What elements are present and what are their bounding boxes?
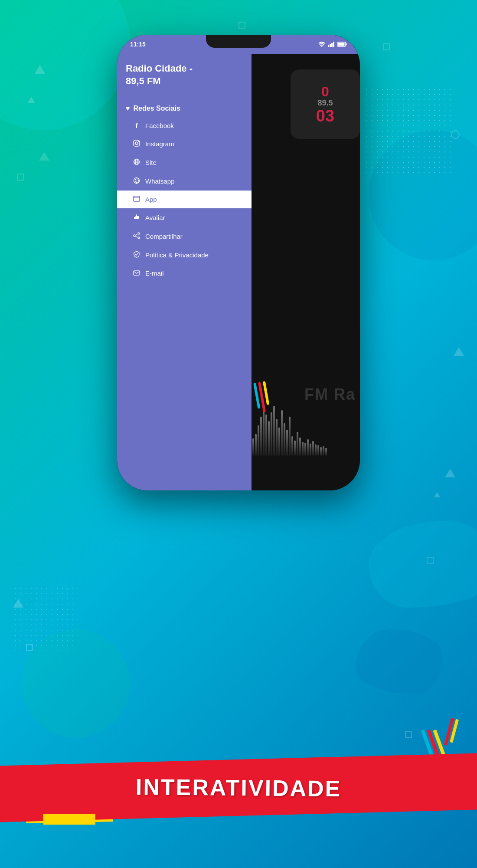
svg-point-18 <box>138 233 140 234</box>
instagram-icon <box>132 140 141 148</box>
menu-item-compartilhar[interactable]: Compartilhar <box>117 227 252 246</box>
compartilhar-label: Compartilhar <box>145 233 183 240</box>
phone-frame: 11:15 <box>117 35 360 490</box>
svg-line-22 <box>135 236 138 237</box>
phone-mockup: 11:15 <box>117 35 360 490</box>
bottom-banner-area: INTERATIVIDADE <box>0 738 477 825</box>
svg-rect-7 <box>338 43 345 46</box>
battery-icon <box>337 42 347 47</box>
thumbsup-icon <box>132 214 141 222</box>
menu-drawer: Radio Cidade -89,5 FM ← ♥ Redes Sociais … <box>117 35 252 490</box>
yellow-corner <box>43 814 95 825</box>
svg-point-11 <box>134 159 140 165</box>
social-section-label: ♥ Redes Sociais <box>117 98 252 117</box>
svg-rect-1 <box>328 45 329 47</box>
facebook-icon: f <box>132 122 141 129</box>
app-title: Radio Cidade -89,5 FM <box>126 62 243 87</box>
svg-point-20 <box>134 235 135 237</box>
svg-point-0 <box>321 46 323 47</box>
menu-item-site[interactable]: Site <box>117 153 252 172</box>
svg-rect-47 <box>312 441 314 456</box>
svg-point-12 <box>135 159 138 165</box>
svg-rect-31 <box>271 412 272 456</box>
menu-item-avaliar[interactable]: Avaliar <box>117 208 252 227</box>
status-time: 11:15 <box>126 41 146 48</box>
email-label: E-mail <box>145 270 164 277</box>
svg-rect-28 <box>263 408 265 456</box>
svg-rect-41 <box>297 432 298 456</box>
globe-icon <box>132 158 141 167</box>
email-icon <box>132 270 141 277</box>
menu-item-politica[interactable]: Política & Privacidade <box>117 246 252 264</box>
politica-label: Política & Privacidade <box>145 251 209 259</box>
radio-logo-bottom: 03 <box>316 108 334 124</box>
svg-rect-44 <box>304 443 306 456</box>
heart-icon: ♥ <box>126 105 130 112</box>
facebook-label: Facebook <box>145 122 174 129</box>
phone-screen: 11:15 <box>117 35 360 490</box>
svg-rect-50 <box>320 447 322 456</box>
blob-decor-1 <box>369 521 477 608</box>
site-label: Site <box>145 159 157 166</box>
radio-logo: 0 89.5 03 <box>291 69 360 148</box>
radio-screen: 0 89.5 03 FM Ra <box>252 35 360 490</box>
svg-line-21 <box>135 234 138 235</box>
avaliar-label: Avaliar <box>145 214 165 221</box>
svg-rect-43 <box>302 442 304 456</box>
svg-point-10 <box>138 141 139 142</box>
svg-rect-49 <box>317 445 319 456</box>
svg-rect-42 <box>299 437 301 456</box>
whatsapp-icon <box>132 177 141 185</box>
radio-logo-top: 0 <box>316 85 334 99</box>
svg-rect-29 <box>265 414 267 456</box>
banner-text: INTERATIVIDADE <box>136 774 342 802</box>
svg-rect-33 <box>276 419 278 456</box>
red-banner: INTERATIVIDADE <box>0 753 477 822</box>
svg-rect-48 <box>315 444 317 456</box>
wifi-icon <box>318 42 325 47</box>
menu-item-instagram[interactable]: Instagram <box>117 135 252 153</box>
svg-rect-27 <box>260 417 262 456</box>
blob-decor-2 <box>356 629 442 694</box>
svg-rect-6 <box>346 43 347 46</box>
svg-rect-34 <box>278 427 280 456</box>
menu-item-facebook[interactable]: f Facebook <box>117 117 252 135</box>
svg-rect-8 <box>134 140 140 146</box>
svg-rect-45 <box>307 439 309 456</box>
svg-rect-30 <box>268 421 270 456</box>
menu-item-email[interactable]: E-mail <box>117 264 252 282</box>
svg-rect-51 <box>323 446 324 456</box>
svg-point-19 <box>138 237 140 239</box>
svg-rect-38 <box>289 417 291 456</box>
phone-notch <box>206 35 271 48</box>
policy-icon <box>132 251 141 259</box>
svg-rect-46 <box>310 444 311 456</box>
svg-point-9 <box>135 142 138 145</box>
svg-rect-39 <box>291 436 293 456</box>
instagram-label: Instagram <box>145 140 174 148</box>
app-icon <box>132 196 141 203</box>
menu-item-whatsapp[interactable]: Whatsapp <box>117 172 252 191</box>
whatsapp-label: Whatsapp <box>145 178 175 185</box>
svg-rect-25 <box>255 434 257 456</box>
svg-rect-24 <box>252 438 254 456</box>
menu-header: Radio Cidade -89,5 FM ← <box>117 54 252 98</box>
svg-rect-26 <box>258 425 259 456</box>
radio-freq: 89.5 <box>316 99 334 108</box>
svg-rect-32 <box>273 406 275 456</box>
svg-rect-23 <box>134 271 140 275</box>
svg-rect-16 <box>134 196 140 201</box>
svg-rect-3 <box>331 43 333 47</box>
menu-item-app[interactable]: App <box>117 191 252 208</box>
radio-logo-bg: 0 89.5 03 <box>291 69 360 139</box>
svg-rect-36 <box>284 423 285 456</box>
status-icons <box>318 42 351 47</box>
svg-rect-40 <box>294 441 296 456</box>
share-icon <box>132 232 141 240</box>
svg-rect-35 <box>281 410 283 456</box>
svg-rect-52 <box>325 448 327 456</box>
extra-slashes <box>444 718 459 747</box>
svg-rect-2 <box>330 44 331 47</box>
svg-rect-4 <box>333 42 334 47</box>
svg-rect-37 <box>286 430 288 456</box>
